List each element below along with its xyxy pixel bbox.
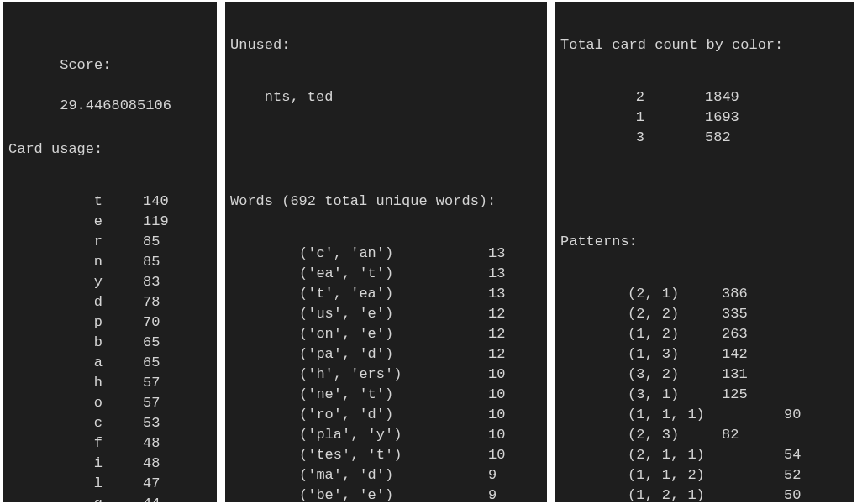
card-usage-row: n85 — [8, 252, 212, 272]
card-usage-count: 70 — [143, 312, 160, 333]
card-usage-key: e — [8, 212, 143, 232]
word-count: 13 — [488, 264, 505, 284]
card-usage-key: d — [8, 292, 143, 312]
card-usage-count: 44 — [143, 494, 160, 502]
color-count: 1693 — [644, 108, 739, 128]
word-row: ('us', 'e')12 — [230, 304, 542, 324]
pattern-key: (2, 1, 1) — [560, 445, 708, 465]
pattern-row: (2, 2)335 — [560, 304, 849, 324]
color-count-list: 21849116933582 — [560, 87, 849, 148]
pattern-count: 335 — [708, 304, 748, 324]
word-row: ('ma', 'd')9 — [230, 465, 542, 486]
pattern-row: (2, 1)386 — [560, 284, 849, 304]
word-count: 12 — [488, 324, 505, 344]
word-count: 10 — [488, 385, 505, 405]
word-pair: ('ma', 'd') — [230, 465, 488, 486]
card-usage-key: t — [8, 192, 143, 212]
card-usage-row: o57 — [8, 393, 212, 413]
pattern-count: 386 — [708, 284, 748, 304]
pattern-key: (3, 1) — [560, 385, 708, 405]
pattern-count: 54 — [708, 445, 801, 465]
word-count: 10 — [488, 405, 505, 425]
score-label: Score: — [60, 57, 111, 73]
word-row: ('h', 'ers')10 — [230, 365, 542, 385]
pattern-row: (1, 2, 1)50 — [560, 486, 849, 502]
pattern-row: (1, 1, 1)90 — [560, 405, 849, 425]
card-usage-count: 53 — [143, 413, 160, 433]
card-usage-key: n — [8, 252, 143, 272]
word-row: ('be', 'e')9 — [230, 486, 542, 502]
card-usage-row: t140 — [8, 192, 212, 212]
color-key: 1 — [560, 108, 644, 128]
pattern-row: (2, 3)82 — [560, 425, 849, 445]
card-usage-key: h — [8, 373, 143, 393]
word-pair: ('us', 'e') — [230, 304, 488, 324]
word-pair: ('h', 'ers') — [230, 365, 488, 385]
word-count: 9 — [488, 465, 497, 486]
color-count: 582 — [644, 128, 731, 148]
word-pair: ('t', 'ea') — [230, 284, 488, 304]
score-value: 29.4468085106 — [60, 97, 171, 113]
card-usage-count: 85 — [143, 252, 160, 272]
word-row: ('pa', 'd')12 — [230, 344, 542, 365]
card-usage-count: 119 — [143, 212, 169, 232]
word-row: ('on', 'e')12 — [230, 324, 542, 344]
card-usage-row: b65 — [8, 333, 212, 353]
right-panel: Total card count by color: 2184911693358… — [555, 2, 854, 502]
word-row: ('ro', 'd')10 — [230, 405, 542, 425]
card-usage-count: 78 — [143, 292, 160, 312]
card-usage-count: 83 — [143, 272, 160, 292]
card-usage-row: d78 — [8, 292, 212, 312]
blank — [230, 139, 542, 160]
word-row: ('t', 'ea')13 — [230, 284, 542, 304]
card-usage-key: r — [8, 232, 143, 252]
card-usage-count: 48 — [143, 433, 160, 454]
color-count-title: Total card count by color: — [560, 35, 849, 55]
card-usage-key: g — [8, 494, 143, 502]
card-usage-row: c53 — [8, 413, 212, 433]
word-row: ('pla', 'y')10 — [230, 425, 542, 445]
card-usage-count: 65 — [143, 353, 160, 373]
card-usage-count: 65 — [143, 333, 160, 353]
pattern-key: (2, 3) — [560, 425, 708, 445]
word-row: ('tes', 't')10 — [230, 445, 542, 465]
pattern-key: (3, 2) — [560, 365, 708, 385]
card-usage-title: Card usage: — [8, 139, 212, 160]
card-usage-row: p70 — [8, 312, 212, 333]
pattern-row: (3, 2)131 — [560, 365, 849, 385]
left-panel: Score: 29.4468085106 Card usage: t140e11… — [3, 2, 217, 502]
pattern-row: (1, 1, 2)52 — [560, 465, 849, 486]
color-count: 1849 — [644, 87, 739, 108]
color-key: 2 — [560, 87, 644, 108]
word-pair: ('be', 'e') — [230, 486, 488, 502]
word-pair: ('tes', 't') — [230, 445, 488, 465]
card-usage-count: 85 — [143, 232, 160, 252]
card-usage-count: 140 — [143, 192, 169, 212]
pattern-key: (1, 1, 1) — [560, 405, 708, 425]
pattern-row: (1, 2)263 — [560, 324, 849, 344]
patterns-title: Patterns: — [560, 232, 849, 252]
card-usage-key: a — [8, 353, 143, 373]
card-usage-row: h57 — [8, 373, 212, 393]
pattern-count: 142 — [708, 344, 748, 365]
word-count: 12 — [488, 344, 505, 365]
word-pair: ('on', 'e') — [230, 324, 488, 344]
card-usage-key: f — [8, 433, 143, 454]
card-usage-count: 57 — [143, 393, 160, 413]
pattern-row: (1, 3)142 — [560, 344, 849, 365]
card-usage-row: e119 — [8, 212, 212, 232]
word-count: 13 — [488, 244, 505, 264]
pattern-count: 50 — [708, 486, 801, 502]
card-usage-list: t140e119r85n85y83d78p70b65a65h57o57c53f4… — [8, 192, 212, 502]
card-usage-key: y — [8, 272, 143, 292]
words-title: Words (692 total unique words): — [230, 192, 542, 212]
word-pair: ('ro', 'd') — [230, 405, 488, 425]
word-pair: ('pa', 'd') — [230, 344, 488, 365]
pattern-key: (2, 2) — [560, 304, 708, 324]
word-pair: ('ne', 't') — [230, 385, 488, 405]
card-usage-count: 47 — [143, 474, 160, 494]
color-count-row: 21849 — [560, 87, 849, 108]
pattern-key: (1, 2) — [560, 324, 708, 344]
card-usage-key: l — [8, 474, 143, 494]
card-usage-row: g44 — [8, 494, 212, 502]
